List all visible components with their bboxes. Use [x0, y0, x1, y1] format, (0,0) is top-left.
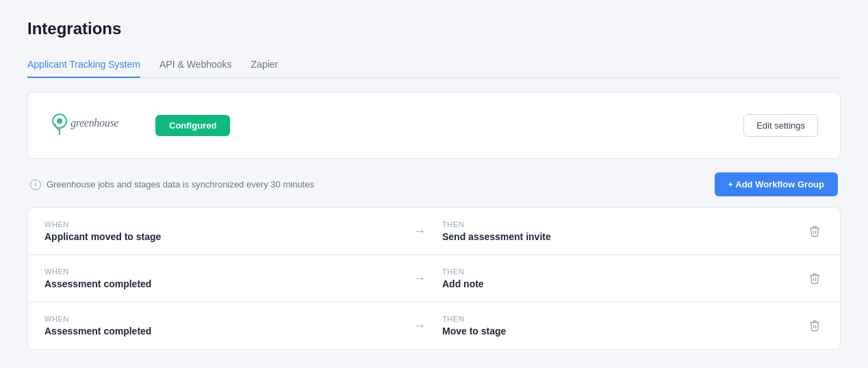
table-row: WHEN Applicant moved to stage → THEN Sen…: [28, 208, 840, 255]
when-value-1: Assessment completed: [44, 278, 397, 289]
delete-button-2[interactable]: [806, 317, 824, 334]
when-label-2: WHEN: [44, 315, 397, 323]
edit-settings-button[interactable]: Edit settings: [743, 114, 818, 137]
tabs-bar: Applicant Tracking System API & Webhooks…: [27, 52, 841, 78]
workflow-when-2: WHEN Assessment completed: [44, 315, 397, 337]
page-container: Integrations Applicant Tracking System A…: [0, 0, 868, 368]
info-bar: i Greenhouse jobs and stages data is syn…: [27, 172, 841, 196]
arrow-icon-1: →: [413, 272, 426, 286]
info-text-container: i Greenhouse jobs and stages data is syn…: [30, 179, 314, 190]
info-icon: i: [30, 179, 41, 190]
add-workflow-button[interactable]: + Add Workflow Group: [715, 172, 838, 196]
trash-icon-2: [808, 319, 821, 332]
workflow-list: WHEN Applicant moved to stage → THEN Sen…: [27, 207, 841, 350]
then-label-0: THEN: [442, 220, 795, 228]
when-value-2: Assessment completed: [44, 326, 397, 337]
workflow-then-1: THEN Add note: [442, 267, 795, 289]
greenhouse-logo-svg: greenhouse: [50, 111, 139, 139]
delete-button-0[interactable]: [806, 222, 824, 240]
svg-text:greenhouse: greenhouse: [71, 117, 118, 129]
when-label-0: WHEN: [44, 220, 397, 228]
workflow-when-0: WHEN Applicant moved to stage: [44, 220, 397, 242]
then-value-1: Add note: [442, 278, 795, 289]
content-area: greenhouse Configured Edit settings i Gr…: [27, 92, 841, 350]
workflow-when-1: WHEN Assessment completed: [44, 267, 397, 289]
page-title: Integrations: [27, 19, 841, 38]
greenhouse-logo: greenhouse: [50, 111, 139, 139]
configured-badge: Configured: [155, 115, 230, 136]
tab-ats[interactable]: Applicant Tracking System: [27, 52, 140, 78]
tab-zapier[interactable]: Zapier: [251, 52, 279, 78]
then-label-2: THEN: [442, 315, 795, 323]
arrow-icon-0: →: [413, 224, 426, 239]
trash-icon-1: [808, 272, 821, 285]
table-row: WHEN Assessment completed → THEN Add not…: [28, 255, 840, 302]
trash-icon-0: [808, 225, 821, 237]
when-value-0: Applicant moved to stage: [44, 231, 397, 242]
arrow-icon-2: →: [413, 319, 426, 333]
integration-card: greenhouse Configured Edit settings: [27, 92, 841, 159]
then-label-1: THEN: [442, 267, 795, 276]
then-value-0: Send assessment invite: [442, 231, 795, 242]
table-row: WHEN Assessment completed → THEN Move to…: [28, 302, 840, 349]
workflow-then-2: THEN Move to stage: [442, 315, 795, 337]
tab-api[interactable]: API & Webhooks: [159, 52, 232, 78]
svg-point-1: [57, 118, 62, 124]
sync-info-text: Greenhouse jobs and stages data is synch…: [47, 179, 314, 189]
when-label-1: WHEN: [44, 267, 397, 276]
workflow-then-0: THEN Send assessment invite: [442, 220, 795, 242]
delete-button-1[interactable]: [806, 270, 824, 287]
then-value-2: Move to stage: [442, 326, 795, 337]
